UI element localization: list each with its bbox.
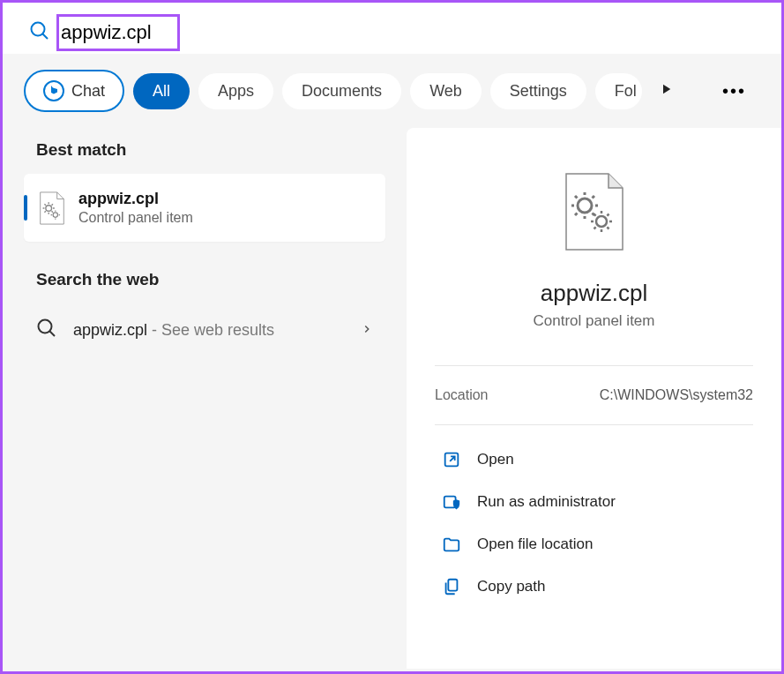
web-result-suffix: - See web results <box>147 321 274 339</box>
search-icon <box>29 20 50 45</box>
chat-tab-label: Chat <box>71 82 105 101</box>
best-match-result[interactable]: appwiz.cpl Control panel item <box>24 174 385 242</box>
cpl-file-icon-large <box>563 172 626 251</box>
search-icon <box>36 318 57 342</box>
detail-subtitle: Control panel item <box>534 312 655 330</box>
action-copy-path[interactable]: Copy path <box>435 566 753 607</box>
more-menu-icon[interactable]: ••• <box>708 74 760 109</box>
copy-icon <box>442 577 461 596</box>
svg-line-1 <box>43 34 49 40</box>
svg-line-6 <box>50 332 56 337</box>
shield-admin-icon <box>442 492 461 512</box>
detail-title: appwiz.cpl <box>541 280 647 307</box>
svg-rect-11 <box>448 580 457 591</box>
filter-tabs: Chat All Apps Documents Web Settings Fol… <box>3 54 781 128</box>
action-run-admin[interactable]: Run as administrator <box>435 482 753 522</box>
search-input[interactable] <box>61 21 325 44</box>
tab-web[interactable]: Web <box>410 73 482 109</box>
web-section-header: Search the web <box>24 270 385 289</box>
tabs-overflow-arrow-icon[interactable] <box>658 81 674 101</box>
search-input-wrapper <box>61 21 764 44</box>
open-icon <box>442 450 461 469</box>
action-open-location[interactable]: Open file location <box>435 524 753 565</box>
tab-all[interactable]: All <box>133 73 190 109</box>
web-result[interactable]: appwiz.cpl - See web results <box>24 303 385 356</box>
location-row: Location C:\WINDOWS\system32 <box>435 366 753 424</box>
location-value: C:\WINDOWS\system32 <box>600 387 753 403</box>
web-result-title: appwiz.cpl <box>73 321 147 339</box>
action-run-admin-label: Run as administrator <box>477 493 616 511</box>
action-open-label: Open <box>477 451 514 468</box>
tab-documents[interactable]: Documents <box>282 73 401 109</box>
tab-apps[interactable]: Apps <box>198 73 273 109</box>
best-match-title: appwiz.cpl <box>78 190 371 208</box>
content-area: Best match appwiz.cpl Control panel item… <box>3 128 781 669</box>
best-match-subtitle: Control panel item <box>78 210 371 226</box>
action-open-location-label: Open file location <box>477 535 593 553</box>
chat-tab[interactable]: Chat <box>24 70 124 112</box>
svg-point-0 <box>32 23 45 36</box>
selection-accent <box>24 195 27 221</box>
folder-icon <box>442 535 461 554</box>
chevron-right-icon[interactable] <box>361 321 373 340</box>
cpl-file-icon <box>38 191 66 225</box>
best-match-header: Best match <box>24 140 385 160</box>
tab-folders-truncated[interactable]: Fol <box>595 73 642 109</box>
tab-settings[interactable]: Settings <box>490 73 586 109</box>
location-label: Location <box>435 387 489 403</box>
search-bar <box>3 3 781 54</box>
bing-chat-icon <box>43 80 64 101</box>
web-result-text: appwiz.cpl - See web results <box>73 321 345 340</box>
details-panel: appwiz.cpl Control panel item Location C… <box>407 128 781 669</box>
best-match-text: appwiz.cpl Control panel item <box>78 190 371 226</box>
actions-list: Open Run as administrator Open file <box>435 425 753 607</box>
results-panel: Best match appwiz.cpl Control panel item… <box>3 128 407 669</box>
action-open[interactable]: Open <box>435 439 753 480</box>
svg-point-5 <box>39 320 52 333</box>
action-copy-path-label: Copy path <box>477 578 546 595</box>
web-results-section: Search the web appwiz.cpl - See web resu… <box>24 270 385 356</box>
